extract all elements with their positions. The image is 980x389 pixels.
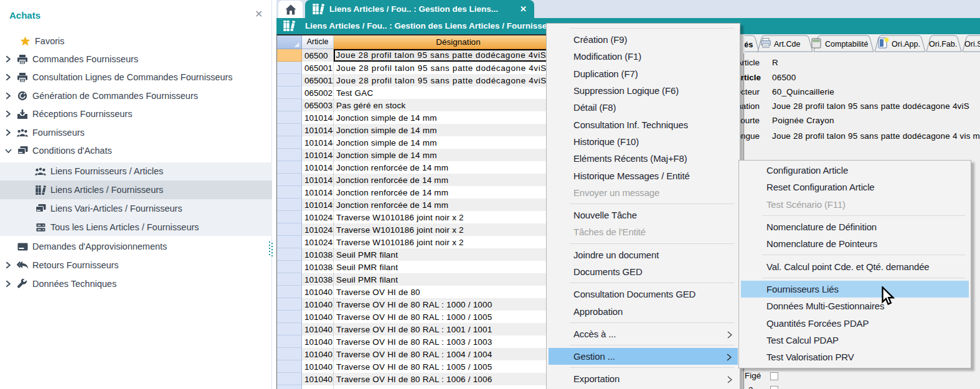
svg-text:Ori.Fab.: Ori.Fab.	[929, 40, 957, 49]
svg-text:Comptabilité: Comptabilité	[825, 40, 869, 49]
svg-text:Ori.S: Ori.S	[964, 40, 980, 49]
svg-text:Ori.App.: Ori.App.	[892, 40, 920, 49]
svg-text:és: és	[745, 40, 753, 49]
svg-text:Art.Cde: Art.Cde	[774, 40, 800, 49]
